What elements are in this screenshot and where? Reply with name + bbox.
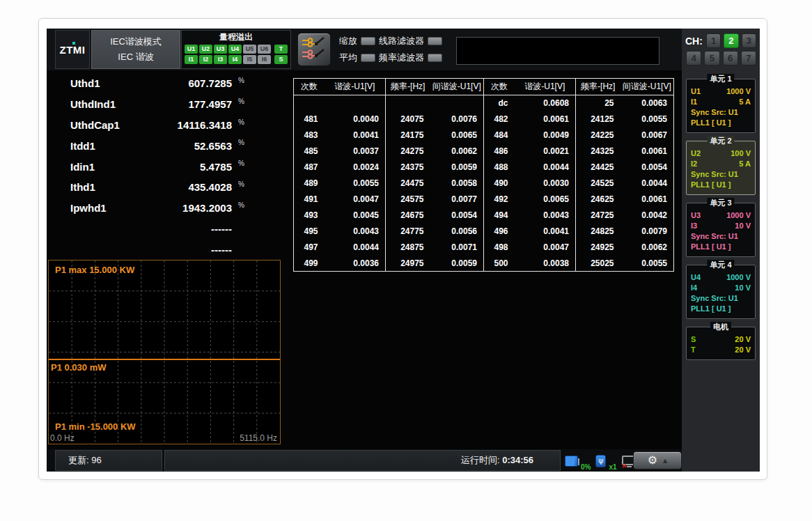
table-cell: 24825 — [576, 224, 620, 240]
unit-kv-label: I1 — [691, 97, 697, 107]
measurement-row: Ipwhd11943.2003% — [55, 198, 286, 219]
unit-kv-label: T — [691, 345, 696, 355]
unit-info-line: Sync Src: U1 — [691, 107, 751, 118]
motor-panel[interactable]: 电机S20 VT20 V — [686, 327, 756, 360]
triangle-up-icon: ▲ — [663, 458, 667, 464]
unit-panel-1[interactable]: 单元 1U11000 VI15 ASync Src: U1PLL1 [ U1 ] — [686, 79, 756, 133]
table-cell: 488 — [484, 160, 515, 176]
overflow-indicator-i5: I5 — [243, 55, 256, 64]
logo-accent-dot — [72, 42, 75, 45]
table-header-cell: 谐波-U1[V] — [515, 79, 576, 95]
measurement-row: Ithd1435.4028% — [55, 177, 286, 198]
unit-kv-value: 10 V — [735, 283, 751, 293]
table-row: 4830.0041241750.00654840.0049242250.0067 — [294, 127, 674, 143]
zoom-toggle-label: 缩放 — [339, 35, 357, 47]
table-cell: 0.0067 — [620, 127, 674, 143]
unit-panel-3[interactable]: 单元 3U31000 VI310 VSync Src: U1PLL1 [ U1 … — [686, 203, 756, 257]
table-row: 4910.0047245750.00774920.0065246250.0061 — [294, 192, 674, 208]
table-cell: 0.0058 — [430, 176, 484, 192]
unit-kv-value: 10 V — [735, 221, 751, 231]
channel-button-6[interactable]: 6 — [723, 51, 738, 65]
table-cell: 25025 — [576, 256, 620, 272]
table-cell: 0.0044 — [620, 176, 674, 192]
table-cell: 0.0045 — [325, 208, 386, 224]
average-toggle[interactable] — [361, 54, 375, 62]
unit-info-line: PLL1 [ U1 ] — [691, 242, 751, 252]
unit-kv-row: I25 A — [691, 159, 751, 169]
unit-panel-4[interactable]: 单元 4U41000 VI410 VSync Src: U1PLL1 [ U1 … — [686, 265, 756, 319]
table-cell: 0.0059 — [430, 160, 484, 176]
table-cell: 0.0040 — [325, 111, 386, 127]
table-cell: 497 — [294, 240, 325, 256]
channel-button-4[interactable]: 4 — [686, 51, 701, 65]
table-cell: 495 — [294, 224, 325, 240]
table-cell: 0.0041 — [515, 224, 576, 240]
overflow-indicator-s: S — [274, 55, 288, 64]
unit-kv-row: I410 V — [691, 283, 751, 293]
settings-menu-button[interactable]: ⚙ ▲ — [633, 451, 682, 469]
measurement-label: UthdCap1 — [55, 119, 147, 131]
unit-title: 单元 3 — [707, 198, 734, 208]
measurement-unit: % — [232, 156, 286, 167]
unit-kv-label: I4 — [691, 283, 697, 293]
line-filter-label: 线路滤波器 — [379, 35, 424, 47]
table-cell: 0.0065 — [430, 127, 484, 143]
measurement-unit: % — [232, 73, 286, 84]
instrument-window: ZTMI IEC谐波模式 IEC 谐波 量程溢出 U1U2U3U4U5U6T I… — [38, 18, 767, 480]
unit-info-line: PLL1 [ U1 ] — [691, 304, 751, 314]
channel-button-7[interactable]: 7 — [741, 51, 756, 65]
table-cell: 0.0041 — [325, 127, 386, 143]
table-row: 4930.0045246750.00544940.0043247250.0042 — [294, 208, 674, 224]
unit-panel-2[interactable]: 单元 2U2100 VI25 ASync Src: U1PLL1 [ U1 ] — [686, 141, 756, 195]
channel-button-3[interactable]: 3 — [742, 33, 756, 48]
table-cell: 24875 — [386, 240, 430, 256]
table-cell: 0.0044 — [325, 240, 386, 256]
overflow-indicator-u6: U6 — [258, 45, 271, 54]
channel-button-5[interactable]: 5 — [704, 51, 719, 65]
unit-kv-row: I310 V — [691, 221, 751, 231]
table-cell — [430, 95, 484, 111]
channel-button-2[interactable]: 2 — [724, 33, 738, 48]
table-cell: 0.0608 — [515, 95, 576, 111]
unit-kv-label: I3 — [691, 221, 697, 231]
table-cell: 0.0054 — [430, 208, 484, 224]
unit-kv-value: 1000 V — [726, 210, 751, 221]
freq-filter-toggle[interactable] — [428, 54, 442, 62]
table-cell: 0.0037 — [325, 143, 386, 160]
wiring-settings-button[interactable] — [297, 33, 331, 66]
zoom-toggle[interactable] — [361, 37, 375, 45]
measurement-unit: % — [232, 198, 286, 209]
overflow-indicator-i2: I2 — [199, 55, 212, 64]
measurement-row: Itdd152.6563% — [55, 135, 286, 156]
table-header-cell: 间谐波-U1[V] — [620, 79, 674, 95]
measurement-value: 14116.3418 — [147, 119, 232, 131]
message-display — [456, 37, 659, 65]
overflow-indicator-u3: U3 — [214, 45, 227, 54]
channel-button-1[interactable]: 1 — [706, 33, 721, 48]
unit-kv-label: S — [691, 334, 696, 345]
usb-icon: ψ — [595, 455, 606, 467]
table-cell: 0.0021 — [515, 143, 576, 160]
runtime-label: 运行时间: — [461, 455, 502, 465]
table-cell: 0.0076 — [430, 111, 484, 127]
mode-line1: IEC谐波模式 — [92, 36, 180, 48]
table-cell: 0.0054 — [620, 160, 674, 176]
measurement-label: Uthd1 — [55, 77, 147, 89]
disconnected-x-icon: ✕ — [622, 462, 627, 469]
harmonics-table: 次数谐波-U1[V]频率-[Hz]间谐波-U1[V]次数谐波-U1[V]频率-[… — [293, 78, 674, 272]
chart-max-label: P1 max 15.000 KW — [55, 265, 134, 275]
mode-line2: IEC 谐波 — [92, 51, 180, 63]
table-cell: 0.0036 — [325, 256, 386, 272]
measurement-label: Idin1 — [55, 161, 147, 173]
measurement-label: Ipwhd1 — [55, 202, 147, 214]
unit-kv-label: U4 — [691, 272, 701, 283]
unit-kv-row: T20 V — [691, 345, 751, 355]
line-filter-toggle[interactable] — [428, 37, 442, 45]
table-cell: 24325 — [576, 143, 620, 160]
measurement-label: Itdd1 — [55, 140, 147, 152]
storage-usage-value: 0% — [581, 463, 591, 471]
measurement-label: UthdInd1 — [55, 98, 147, 110]
table-cell: 0.0061 — [515, 111, 576, 127]
overflow-indicator-u4: U4 — [228, 45, 242, 54]
unit-kv-value: 1000 V — [726, 86, 751, 97]
